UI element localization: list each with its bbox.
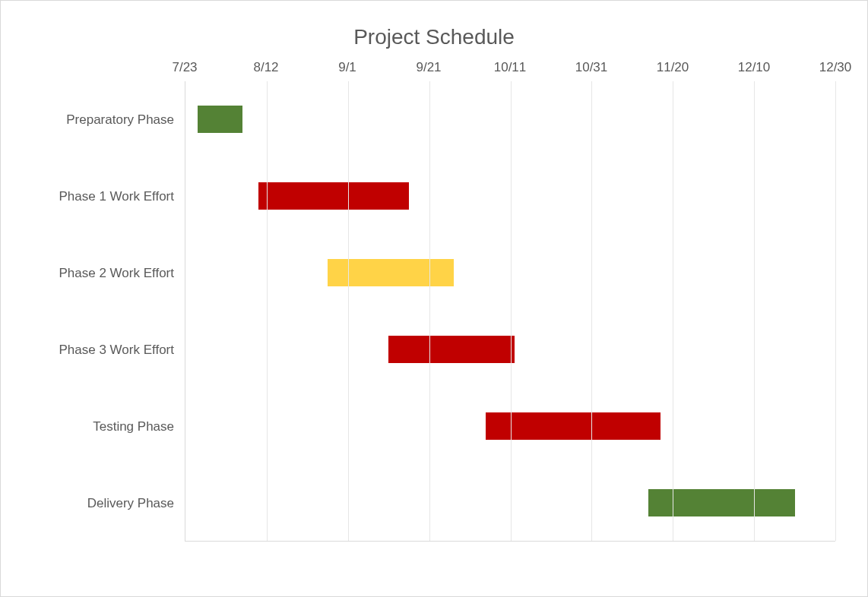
x-axis-ticks: 7/23 8/12 9/1 9/21 10/11 10/31 11/20 12/… — [185, 55, 835, 81]
gantt-bar-preparatory — [198, 106, 242, 133]
chart-frame: Project Schedule Preparatory Phase Phase… — [0, 0, 868, 597]
y-label: Testing Phase — [33, 388, 185, 465]
gridline — [267, 81, 268, 541]
y-label: Preparatory Phase — [33, 81, 185, 158]
x-tick: 10/11 — [494, 60, 527, 75]
y-label: Phase 1 Work Effort — [33, 158, 185, 235]
y-label: Phase 2 Work Effort — [33, 235, 185, 311]
x-tick: 12/10 — [738, 60, 771, 75]
x-tick: 9/21 — [416, 60, 441, 75]
gantt-bar-delivery — [648, 489, 794, 516]
gridline — [511, 81, 512, 541]
gantt-bar-phase1 — [258, 182, 409, 210]
x-tick: 12/30 — [819, 60, 852, 75]
gridline — [429, 81, 430, 541]
gantt-bar-phase3 — [388, 336, 515, 363]
chart-title: Project Schedule — [33, 25, 835, 49]
x-tick: 9/1 — [338, 60, 356, 75]
x-tick: 7/23 — [172, 60, 197, 75]
y-label: Phase 3 Work Effort — [33, 311, 185, 388]
gridline — [348, 81, 349, 541]
y-axis-labels: Preparatory Phase Phase 1 Work Effort Ph… — [33, 55, 185, 542]
plot-area — [185, 81, 835, 542]
gridline — [835, 81, 836, 541]
x-tick: 11/20 — [657, 60, 689, 75]
gridline — [591, 81, 592, 541]
x-tick: 8/12 — [253, 60, 278, 75]
plot-column: 7/23 8/12 9/1 9/21 10/11 10/31 11/20 12/… — [185, 55, 835, 542]
gantt-bar-testing — [486, 412, 661, 440]
gridline — [673, 81, 673, 541]
chart-body: Preparatory Phase Phase 1 Work Effort Ph… — [33, 55, 835, 542]
gantt-bar-phase2 — [328, 259, 454, 286]
y-label: Delivery Phase — [33, 465, 185, 542]
x-tick: 10/31 — [575, 60, 608, 75]
gridline — [754, 81, 755, 541]
